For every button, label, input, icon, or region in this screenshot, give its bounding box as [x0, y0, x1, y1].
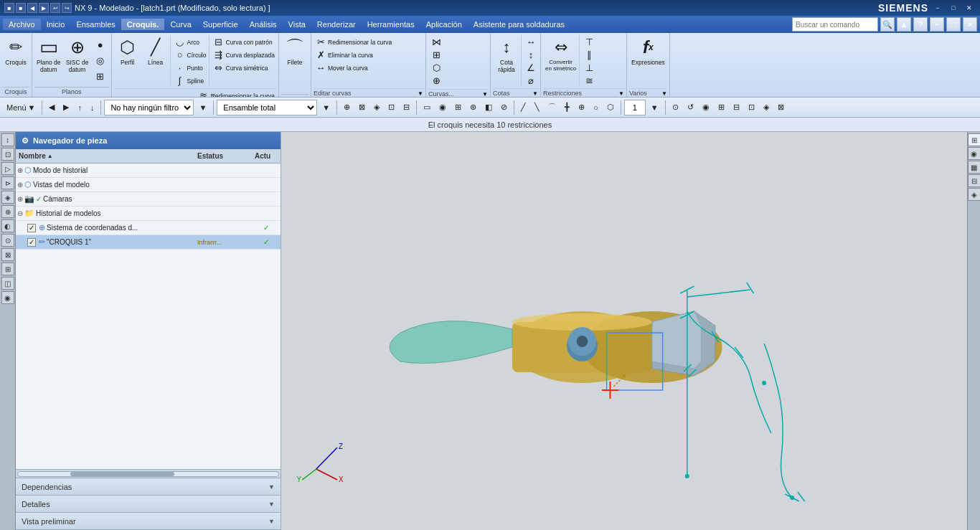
menu-inicio[interactable]: Inicio: [41, 19, 71, 30]
perfil-button[interactable]: ⬡ Perfil: [114, 35, 141, 87]
tb-icon-2[interactable]: ▶: [60, 100, 72, 115]
right-icon-5[interactable]: ◈: [968, 188, 981, 201]
tb-icon-3[interactable]: ↑: [74, 100, 85, 115]
nav-expand-camaras[interactable]: ⊕: [17, 195, 23, 203]
win-max-btn[interactable]: □: [946, 17, 961, 32]
win-min-btn[interactable]: −: [930, 17, 944, 32]
left-icon-8[interactable]: ⊙: [1, 234, 14, 247]
restricciones-expand[interactable]: ▼: [618, 90, 624, 97]
curva-patron-button[interactable]: ⊟Curva con patrón: [212, 36, 277, 48]
circulo-button[interactable]: ○Círculo: [173, 49, 208, 61]
nav-expand-vistas[interactable]: ⊕: [17, 181, 23, 189]
plano-datum-button[interactable]: ▭ Plano dedatum: [34, 35, 63, 85]
assembly-combo[interactable]: Ensamble total: [217, 100, 317, 115]
tb-line-5[interactable]: ⊕: [575, 100, 588, 115]
cotas-btn1[interactable]: ↔: [524, 36, 538, 48]
left-icon-12[interactable]: ◉: [1, 291, 14, 304]
tb-view-6[interactable]: ⊘: [497, 100, 511, 115]
nav-expand-historial[interactable]: ⊕: [17, 166, 23, 174]
right-icon-3[interactable]: ▦: [968, 161, 981, 174]
nav-dependencias[interactable]: Dependencias ▼: [16, 478, 281, 496]
tb-snap-4[interactable]: ⊡: [385, 100, 398, 115]
scroll-thumb[interactable]: [70, 472, 174, 476]
num-input[interactable]: [624, 100, 646, 115]
curvas2-btn3[interactable]: ⬡: [429, 62, 443, 74]
maximize-button[interactable]: □: [947, 3, 960, 13]
tb-snap-1[interactable]: ⊕: [340, 100, 354, 115]
tb-view-3[interactable]: ⊞: [451, 100, 465, 115]
title-icon-5[interactable]: ↩: [50, 3, 60, 13]
tb-line-6[interactable]: ○: [590, 100, 602, 115]
menu-tb-button[interactable]: Menú ▼: [3, 100, 39, 115]
title-icon-4[interactable]: ▶: [39, 3, 49, 13]
left-icon-2[interactable]: ⊡: [1, 148, 14, 161]
menu-curva[interactable]: Curva: [164, 19, 197, 30]
tb-extra-3[interactable]: ◉: [699, 100, 713, 115]
nav-scrollbar[interactable]: [16, 469, 281, 478]
tb-extra-2[interactable]: ↺: [684, 100, 697, 115]
minimize-ribbon-button[interactable]: ▲: [897, 17, 911, 32]
search-input[interactable]: [792, 17, 878, 32]
left-icon-11[interactable]: ◫: [1, 277, 14, 290]
nav-cb-coords[interactable]: ✓: [27, 224, 36, 232]
tb-icon-4[interactable]: ↓: [87, 100, 98, 115]
punto-button[interactable]: ·Punto: [173, 62, 208, 74]
filter-dropdown[interactable]: ▼: [195, 100, 210, 115]
tb-extra-1[interactable]: ⊙: [669, 100, 682, 115]
cota-rapida-button[interactable]: ↕ Cotarápida: [493, 35, 520, 87]
tb-extra-6[interactable]: ⊡: [745, 100, 758, 115]
planos-extra1[interactable]: ●: [93, 39, 108, 51]
nav-row-historial[interactable]: ⊕ ⬡ Modo de historial: [16, 164, 281, 178]
left-icon-5[interactable]: ◈: [1, 191, 14, 204]
tb-icon-1[interactable]: ◀: [45, 100, 58, 115]
left-icon-6[interactable]: ⊕: [1, 205, 14, 218]
tb-snap-3[interactable]: ◈: [370, 100, 383, 115]
nav-cb-croquis1[interactable]: ✓: [27, 238, 36, 247]
curvas2-expand[interactable]: ▼: [482, 91, 488, 98]
left-icon-4[interactable]: ⊳: [1, 176, 14, 189]
minimize-button[interactable]: −: [931, 3, 944, 13]
menu-analisis[interactable]: Análisis: [244, 19, 283, 30]
arco-button[interactable]: ◡Arco: [173, 36, 208, 48]
menu-vista[interactable]: Vista: [283, 19, 311, 30]
nav-row-historial-modelos[interactable]: ⊖ 📁 Historial de modelos: [16, 207, 281, 221]
sisc-datum-button[interactable]: ⊕ SISC dedatum: [64, 35, 91, 85]
left-icon-10[interactable]: ⊞: [1, 262, 14, 275]
nav-row-vistas[interactable]: ⊕ ⬡ Vistas del modelo: [16, 178, 281, 192]
nav-expand-hist-mod[interactable]: ⊖: [17, 209, 23, 217]
rest-btn3[interactable]: ⊥: [582, 62, 596, 74]
filete-button[interactable]: ⌒ Filete: [281, 35, 308, 93]
curvas2-btn4[interactable]: ⊕: [429, 75, 443, 87]
tb-line-7[interactable]: ⬡: [603, 100, 618, 115]
edit-curva2[interactable]: ✗Eliminar la curva: [314, 49, 393, 61]
win-close-btn[interactable]: ✕: [963, 17, 977, 32]
right-icon-1[interactable]: ⊞: [968, 133, 981, 146]
menu-croquis[interactable]: Croquis.: [121, 19, 165, 30]
tb-line-1[interactable]: ╱: [517, 100, 529, 115]
cotas-expand[interactable]: ▼: [532, 90, 538, 97]
right-icon-4[interactable]: ⊟: [968, 174, 981, 187]
tb-view-1[interactable]: ▭: [420, 100, 434, 115]
nav-vista-preliminar[interactable]: Vista preliminar ▼: [16, 513, 281, 530]
edit-curva1[interactable]: ✂Redimensionar la curva: [314, 36, 393, 48]
nav-row-camaras[interactable]: ⊕ 📷 ✓ Cámaras: [16, 192, 281, 207]
viewport[interactable]: Z X Y: [281, 132, 967, 530]
cotas-btn3[interactable]: ∠: [524, 62, 538, 74]
menu-herramientas[interactable]: Herramientas: [362, 19, 420, 30]
title-icon-2[interactable]: ■: [16, 3, 26, 13]
curva-patron-right[interactable]: ≋Redimensionar la curva: [197, 90, 276, 98]
menu-aplicacion[interactable]: Aplicación: [420, 19, 468, 30]
curva-simetrica-button[interactable]: ⇔Curva simétrica: [212, 62, 277, 74]
editar-curvas-expand[interactable]: ▼: [418, 90, 423, 97]
rest-btn4[interactable]: ≅: [582, 75, 596, 87]
edit-curva3[interactable]: ↔Mover la curva: [314, 62, 393, 74]
close-button[interactable]: ✕: [963, 3, 976, 13]
num-dropdown[interactable]: ▼: [647, 100, 662, 115]
nav-row-coords[interactable]: ✓ ⊕ Sistema de coordenadas d... ✓: [16, 221, 281, 235]
menu-ensambles[interactable]: Ensambles: [70, 19, 121, 30]
cotas-btn4[interactable]: ⌀: [524, 75, 538, 87]
tb-extra-4[interactable]: ⊞: [715, 100, 728, 115]
tb-view-2[interactable]: ◉: [435, 100, 450, 115]
tb-extra-7[interactable]: ◈: [760, 100, 773, 115]
varios-expand[interactable]: ▼: [661, 90, 667, 97]
